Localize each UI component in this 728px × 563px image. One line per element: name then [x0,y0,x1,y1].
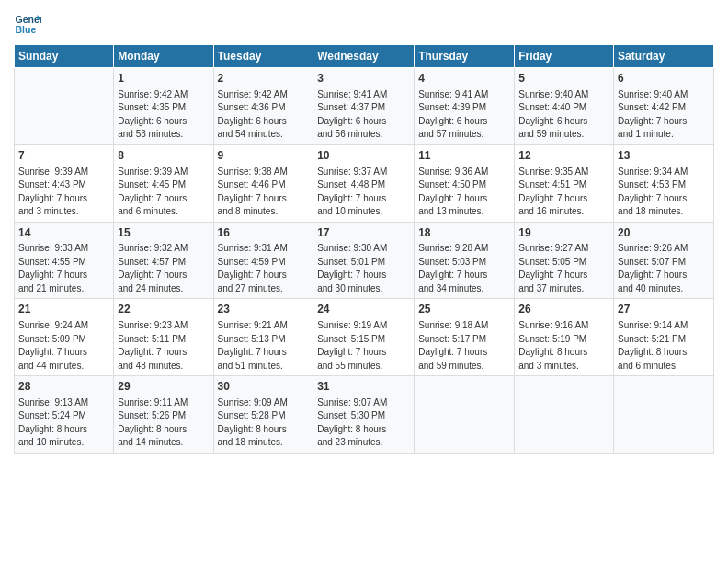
weekday-header-thursday: Thursday [415,45,515,68]
calendar-cell: 13Sunrise: 9:34 AMSunset: 4:53 PMDayligh… [614,144,714,222]
day-info: Sunrise: 9:30 AMSunset: 5:01 PMDaylight:… [317,242,410,295]
day-number: 21 [18,302,109,317]
calendar-cell [15,68,114,145]
day-number: 1 [118,71,209,86]
calendar-cell: 15Sunrise: 9:32 AMSunset: 4:57 PMDayligh… [114,222,213,299]
calendar-cell: 14Sunrise: 9:33 AMSunset: 4:55 PMDayligh… [15,222,114,299]
day-info: Sunrise: 9:16 AMSunset: 5:19 PMDaylight:… [518,319,609,373]
day-number: 4 [418,71,510,86]
day-number: 15 [118,225,209,241]
calendar-cell: 18Sunrise: 9:28 AMSunset: 5:03 PMDayligh… [415,222,515,299]
calendar-cell: 21Sunrise: 9:24 AMSunset: 5:09 PMDayligh… [15,299,114,376]
day-number: 18 [418,225,510,241]
weekday-header-row: SundayMondayTuesdayWednesdayThursdayFrid… [15,45,714,68]
day-info: Sunrise: 9:41 AMSunset: 4:37 PMDaylight:… [317,88,410,142]
logo: General Blue [14,9,45,37]
calendar-table: SundayMondayTuesdayWednesdayThursdayFrid… [14,44,714,454]
calendar-cell: 2Sunrise: 9:42 AMSunset: 4:36 PMDaylight… [213,68,313,145]
calendar-cell: 8Sunrise: 9:39 AMSunset: 4:45 PMDaylight… [114,144,213,222]
calendar-cell [415,376,515,454]
day-info: Sunrise: 9:18 AMSunset: 5:17 PMDaylight:… [418,319,510,373]
calendar-week-row: 7Sunrise: 9:39 AMSunset: 4:43 PMDaylight… [15,144,714,222]
day-number: 22 [118,302,209,317]
day-number: 26 [518,302,609,317]
day-info: Sunrise: 9:26 AMSunset: 5:07 PMDaylight:… [618,242,710,295]
day-number: 10 [317,148,410,164]
calendar-cell: 5Sunrise: 9:40 AMSunset: 4:40 PMDaylight… [515,68,614,145]
calendar-cell: 25Sunrise: 9:18 AMSunset: 5:17 PMDayligh… [415,299,515,376]
day-info: Sunrise: 9:37 AMSunset: 4:48 PMDaylight:… [317,166,410,219]
day-info: Sunrise: 9:36 AMSunset: 4:50 PMDaylight:… [418,166,510,219]
day-info: Sunrise: 9:14 AMSunset: 5:21 PMDaylight:… [618,319,710,373]
calendar-cell: 26Sunrise: 9:16 AMSunset: 5:19 PMDayligh… [515,299,614,376]
calendar-week-row: 21Sunrise: 9:24 AMSunset: 5:09 PMDayligh… [15,299,714,376]
day-info: Sunrise: 9:40 AMSunset: 4:40 PMDaylight:… [518,88,609,142]
calendar-cell: 7Sunrise: 9:39 AMSunset: 4:43 PMDaylight… [15,144,114,222]
day-number: 30 [218,379,310,395]
day-info: Sunrise: 9:39 AMSunset: 4:45 PMDaylight:… [118,166,209,219]
day-info: Sunrise: 9:31 AMSunset: 4:59 PMDaylight:… [218,242,310,295]
calendar-cell: 30Sunrise: 9:09 AMSunset: 5:28 PMDayligh… [213,376,313,454]
calendar-cell: 12Sunrise: 9:35 AMSunset: 4:51 PMDayligh… [515,144,614,222]
day-number: 23 [218,302,310,317]
day-info: Sunrise: 9:23 AMSunset: 5:11 PMDaylight:… [118,319,209,373]
day-info: Sunrise: 9:21 AMSunset: 5:13 PMDaylight:… [218,319,310,373]
weekday-header-saturday: Saturday [614,45,714,68]
day-info: Sunrise: 9:09 AMSunset: 5:28 PMDaylight:… [218,396,310,450]
day-number: 19 [518,225,609,241]
day-info: Sunrise: 9:24 AMSunset: 5:09 PMDaylight:… [18,319,109,373]
calendar-cell: 1Sunrise: 9:42 AMSunset: 4:35 PMDaylight… [114,68,213,145]
calendar-cell: 3Sunrise: 9:41 AMSunset: 4:37 PMDaylight… [313,68,415,145]
calendar-cell [614,376,714,454]
day-number: 8 [118,148,209,164]
calendar-cell: 28Sunrise: 9:13 AMSunset: 5:24 PMDayligh… [15,376,114,454]
day-number: 6 [618,71,710,86]
day-info: Sunrise: 9:19 AMSunset: 5:15 PMDaylight:… [317,319,410,373]
calendar-cell: 4Sunrise: 9:41 AMSunset: 4:39 PMDaylight… [415,68,515,145]
calendar-cell: 24Sunrise: 9:19 AMSunset: 5:15 PMDayligh… [313,299,415,376]
calendar-cell: 27Sunrise: 9:14 AMSunset: 5:21 PMDayligh… [614,299,714,376]
day-info: Sunrise: 9:39 AMSunset: 4:43 PMDaylight:… [18,166,109,219]
calendar-week-row: 14Sunrise: 9:33 AMSunset: 4:55 PMDayligh… [15,222,714,299]
day-info: Sunrise: 9:07 AMSunset: 5:30 PMDaylight:… [317,396,410,450]
calendar-cell: 29Sunrise: 9:11 AMSunset: 5:26 PMDayligh… [114,376,213,454]
calendar-cell: 17Sunrise: 9:30 AMSunset: 5:01 PMDayligh… [313,222,415,299]
calendar-cell: 16Sunrise: 9:31 AMSunset: 4:59 PMDayligh… [213,222,313,299]
day-info: Sunrise: 9:38 AMSunset: 4:46 PMDaylight:… [218,166,310,219]
weekday-header-sunday: Sunday [15,45,114,68]
day-number: 2 [218,71,310,86]
day-number: 16 [218,225,310,241]
calendar-cell: 22Sunrise: 9:23 AMSunset: 5:11 PMDayligh… [114,299,213,376]
day-number: 11 [418,148,510,164]
day-number: 13 [618,148,710,164]
calendar-cell [515,376,614,454]
calendar-cell: 23Sunrise: 9:21 AMSunset: 5:13 PMDayligh… [213,299,313,376]
calendar-cell: 20Sunrise: 9:26 AMSunset: 5:07 PMDayligh… [614,222,714,299]
weekday-header-tuesday: Tuesday [213,45,313,68]
page-header: General Blue [14,9,714,37]
day-info: Sunrise: 9:42 AMSunset: 4:36 PMDaylight:… [218,88,310,142]
svg-text:Blue: Blue [16,24,37,35]
weekday-header-monday: Monday [114,45,213,68]
calendar-week-row: 28Sunrise: 9:13 AMSunset: 5:24 PMDayligh… [15,376,714,454]
weekday-header-friday: Friday [515,45,614,68]
day-info: Sunrise: 9:41 AMSunset: 4:39 PMDaylight:… [418,88,510,142]
day-number: 12 [518,148,609,164]
day-number: 29 [118,379,209,395]
day-info: Sunrise: 9:27 AMSunset: 5:05 PMDaylight:… [518,242,609,295]
day-number: 9 [218,148,310,164]
day-info: Sunrise: 9:40 AMSunset: 4:42 PMDaylight:… [618,88,710,142]
day-number: 31 [317,379,410,395]
day-number: 3 [317,71,410,86]
day-info: Sunrise: 9:33 AMSunset: 4:55 PMDaylight:… [18,242,109,295]
day-number: 28 [18,379,109,395]
day-info: Sunrise: 9:28 AMSunset: 5:03 PMDaylight:… [418,242,510,295]
day-number: 5 [518,71,609,86]
calendar-cell: 9Sunrise: 9:38 AMSunset: 4:46 PMDaylight… [213,144,313,222]
weekday-header-wednesday: Wednesday [313,45,415,68]
day-info: Sunrise: 9:32 AMSunset: 4:57 PMDaylight:… [118,242,209,295]
day-info: Sunrise: 9:35 AMSunset: 4:51 PMDaylight:… [518,166,609,219]
calendar-cell: 10Sunrise: 9:37 AMSunset: 4:48 PMDayligh… [313,144,415,222]
calendar-cell: 19Sunrise: 9:27 AMSunset: 5:05 PMDayligh… [515,222,614,299]
calendar-cell: 6Sunrise: 9:40 AMSunset: 4:42 PMDaylight… [614,68,714,145]
